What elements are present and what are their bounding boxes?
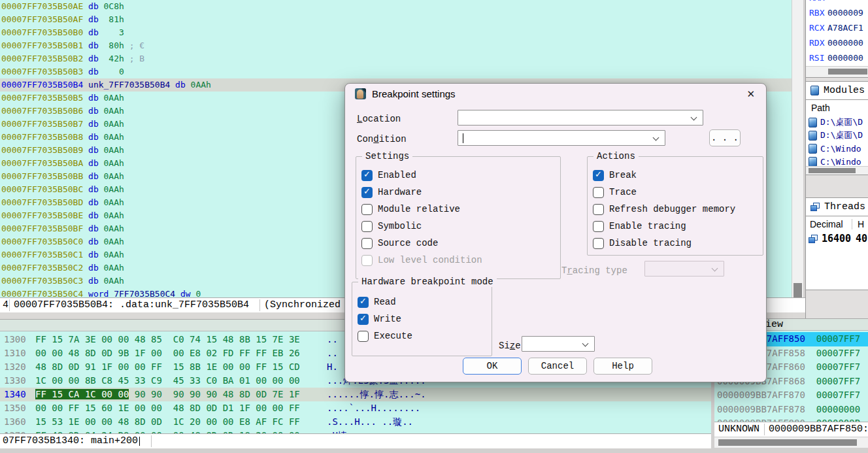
register-value: 0000009: [827, 8, 863, 18]
checkbox-hardware[interactable]: ✓Hardware: [361, 186, 422, 198]
scrollbar-thumb[interactable]: [718, 439, 857, 446]
registers-scrollbar[interactable]: [806, 66, 868, 78]
disasm-address: 00007FF7035B50BB: [1, 171, 83, 181]
close-icon[interactable]: ✕: [746, 88, 755, 100]
hex-row[interactable]: 135000 00 FF 15 60 1E 00 00 48 8D 0D D1 …: [0, 401, 711, 415]
stack-row[interactable]: 0000009BB7AFF878 00000000: [714, 403, 868, 417]
threads-titlebar[interactable]: Threads: [806, 197, 868, 216]
tracing-type-combobox: Instructions: [644, 261, 724, 277]
modules-titlebar[interactable]: Modules: [806, 81, 868, 100]
disasm-address: 00007FF7035B50C3: [1, 276, 83, 286]
threads-col-decimal[interactable]: Decimal: [810, 219, 852, 229]
checkbox-box: [593, 238, 604, 249]
module-row[interactable]: D:\桌面\D: [806, 129, 868, 142]
text-cursor: [139, 437, 140, 446]
checkbox-refresh-debugger-memory[interactable]: Refresh debugger memory: [593, 203, 735, 215]
hardware-breakpoint-mode-group: Hardware breakpoint mode ✓Read✓WriteExec…: [352, 282, 492, 356]
disasm-address: 00007FF7035B50B3: [1, 67, 83, 76]
location-combobox[interactable]: 0x7FF7035B50B4 (.data:unk_7FF7035B50B4): [458, 110, 703, 126]
disasm-address: 00007FF7035B50B6: [1, 106, 83, 116]
hex-row[interactable]: 1340FF 15 CA 1C 00 00 90 90 90 90 90 48 …: [0, 388, 711, 401]
checkbox-box: ✓: [358, 297, 369, 308]
hex-address: 1320: [0, 360, 35, 374]
register-row[interactable]: RSI0000000: [806, 50, 868, 65]
stack-status-bar: UNKNOWN 0000009BB7AFF850:: [714, 422, 868, 437]
checkbox-read[interactable]: ✓Read: [358, 296, 396, 308]
disasm-row[interactable]: 00007FF7035B50B3 db 0: [0, 65, 792, 78]
module-row[interactable]: D:\桌面\D: [806, 116, 868, 129]
module-icon: [809, 157, 817, 167]
checkbox-source-code[interactable]: Source code: [361, 237, 438, 249]
column-divider[interactable]: [852, 219, 852, 229]
disassembly-scrollbar[interactable]: [792, 0, 803, 312]
thread-row[interactable]: 16400 40: [806, 231, 868, 246]
stack-value: 00007FF7: [816, 390, 860, 400]
size-combobox[interactable]: 0x1: [522, 336, 595, 352]
hex-row[interactable]: 136015 53 1E 00 00 48 8D 0D 1C 20 00 00 …: [0, 415, 711, 429]
registers-view[interactable]: RAXRBX0000009RCXA78ACF1RDX0000000RSI0000…: [806, 0, 868, 66]
stack-row[interactable]: 0000009BB7AFF880 0000009B: [714, 416, 868, 422]
register-row[interactable]: RDX0000000: [806, 35, 868, 50]
modules-view[interactable]: Path D:\桌面\DD:\桌面\DC:\WindoC:\Windo: [806, 100, 868, 175]
checkbox-trace[interactable]: Trace: [593, 186, 637, 198]
checkbox-module-relative[interactable]: Module relative: [361, 203, 460, 215]
hex-bytes: FF 15 7A 3E 00 00 48 85 C0 74 15 48 8B 1…: [35, 334, 300, 344]
checkbox-label: Trace: [609, 187, 637, 197]
register-name: RAX: [806, 0, 827, 5]
cancel-button[interactable]: Cancel: [528, 358, 587, 375]
modules-path-header[interactable]: Path: [806, 100, 868, 116]
dialog-titlebar[interactable]: Breakpoint settings ✕: [345, 84, 766, 103]
modules-title: Modules: [824, 85, 865, 96]
disasm-row[interactable]: 00007FF7035B50AF db 81h: [0, 13, 792, 26]
checkbox-symbolic[interactable]: Symbolic: [361, 220, 422, 232]
check-icon: ✓: [363, 169, 371, 179]
stack-value: 00007FF7: [816, 361, 860, 372]
disasm-row[interactable]: 00007FF7035B50B1 db 80h ; €: [0, 39, 792, 52]
checkbox-label: Break: [609, 170, 637, 180]
status-address: 00007FF7035B50B4: .data:unk_7FF7035B50B4: [14, 298, 249, 312]
hex-address: 1310: [0, 346, 35, 360]
scrollbar-thumb[interactable]: [828, 69, 867, 75]
disasm-row[interactable]: 00007FF7035B50AE db 0C8h: [0, 0, 792, 13]
checkbox-write[interactable]: ✓Write: [358, 313, 401, 325]
checkbox-box: [593, 221, 604, 232]
checkbox-disable-tracing[interactable]: Disable tracing: [593, 237, 692, 249]
checkbox-enabled[interactable]: ✓Enabled: [361, 169, 416, 181]
stack-value: 00000000: [816, 404, 860, 414]
disasm-address: 00007FF7035B50C0: [1, 237, 83, 246]
settings-group: Settings ✓Enabled✓HardwareModule relativ…: [356, 156, 561, 279]
checkbox-break[interactable]: ✓Break: [593, 169, 637, 181]
hex-status-text: 07FF7035B1340: main+200: [3, 434, 138, 448]
disasm-row[interactable]: 00007FF7035B50B2 db 42h ; B: [0, 52, 792, 65]
modules-scrollbar[interactable]: [806, 166, 868, 175]
threads-view[interactable]: Decimal H 16400 40: [806, 216, 868, 290]
disasm-row[interactable]: 00007FF7035B50B0 db 3: [0, 26, 792, 39]
register-row[interactable]: RCXA78ACF1: [806, 20, 868, 35]
checkbox-enable-tracing[interactable]: Enable tracing: [593, 220, 686, 232]
stack-scrollbar[interactable]: [714, 437, 868, 448]
register-row[interactable]: RAX: [806, 0, 868, 5]
ida-debugger-window: 00007FF7035B50AE db 0C8h00007FF7035B50AF…: [0, 0, 868, 453]
checkbox-execute[interactable]: Execute: [358, 330, 412, 342]
status-divider: [764, 424, 765, 435]
condition-combobox[interactable]: [458, 130, 665, 146]
hex-ascii: ..: [327, 333, 338, 346]
threads-icon: [810, 203, 820, 211]
scrollbar-thumb[interactable]: [809, 168, 856, 173]
module-path: D:\桌面\D: [820, 116, 863, 128]
checkbox-box: ✓: [358, 314, 369, 325]
condition-more-button[interactable]: . . .: [709, 129, 741, 146]
threads-header: Decimal H: [806, 216, 868, 231]
disasm-address: 00007FF7035B50AF: [1, 14, 83, 24]
disasm-address: 00007FF7035B50B2: [1, 54, 83, 63]
ok-button[interactable]: OK: [463, 358, 522, 375]
check-icon: ✓: [359, 313, 367, 323]
module-row[interactable]: C:\Windo: [806, 142, 868, 155]
stack-value: 00007FF7: [816, 376, 860, 386]
threads-col-hex[interactable]: H: [858, 219, 864, 229]
stack-row[interactable]: 0000009BB7AFF870 00007FF7: [714, 388, 868, 403]
help-button[interactable]: Help: [593, 358, 652, 375]
hex-address: 1300: [0, 333, 35, 346]
disasm-address: 00007FF7035B50B8: [1, 132, 83, 142]
register-row[interactable]: RBX0000009: [806, 5, 868, 20]
